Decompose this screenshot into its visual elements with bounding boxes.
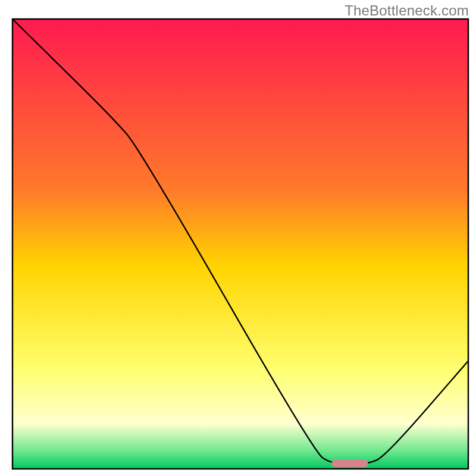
optimal-marker	[331, 460, 368, 467]
bottleneck-chart	[0, 0, 476, 476]
chart-container: TheBottleneck.com	[0, 0, 476, 476]
